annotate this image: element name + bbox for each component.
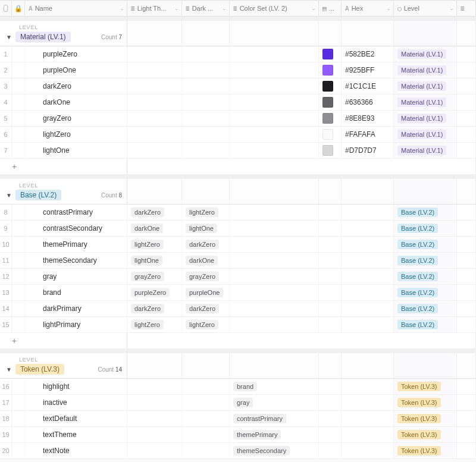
table-row[interactable]: 13brandpurpleZeropurpleOneBase (LV.2) xyxy=(0,285,476,301)
cell-level[interactable]: Base (LV.2) xyxy=(394,269,457,284)
cell-light-theme[interactable] xyxy=(127,46,182,62)
token-chip[interactable]: darkZero xyxy=(131,304,164,313)
cell-name[interactable]: purpleOne xyxy=(25,62,127,78)
cell-swatch[interactable] xyxy=(319,379,342,394)
group-toggle[interactable]: ▼Token (LV.3) xyxy=(6,364,64,375)
cell-hex[interactable] xyxy=(342,395,394,410)
cell-hex[interactable] xyxy=(342,221,394,236)
cell-hex[interactable]: #8E8E93 xyxy=(342,111,394,126)
cell-swatch[interactable] xyxy=(319,395,342,410)
cell-name[interactable]: lightOne xyxy=(25,143,127,158)
cell-hex[interactable]: #FAFAFA xyxy=(342,127,394,142)
cell-name[interactable]: highlight xyxy=(25,379,127,394)
cell-colorset[interactable] xyxy=(230,221,319,236)
table-row[interactable]: 19textThemethemePrimaryToken (LV.3) xyxy=(0,427,476,443)
cell-dark-theme[interactable] xyxy=(182,111,230,126)
cell-hex[interactable] xyxy=(342,237,394,252)
token-chip[interactable]: brand xyxy=(233,382,257,391)
cell-light-theme[interactable] xyxy=(127,62,182,78)
cell-dark-theme[interactable] xyxy=(182,46,230,62)
color-swatch[interactable] xyxy=(322,49,333,59)
cell-swatch[interactable] xyxy=(319,443,342,458)
cell-hex[interactable] xyxy=(342,379,394,394)
cell-light-theme[interactable]: lightZero xyxy=(127,237,182,252)
cell-swatch[interactable] xyxy=(319,285,342,300)
cell-colorset[interactable] xyxy=(230,285,319,300)
cell-name[interactable]: darkZero xyxy=(25,78,127,94)
table-row[interactable]: 5grayZero#8E8E93Material (LV.1) xyxy=(0,111,476,127)
cell-light-theme[interactable] xyxy=(127,95,182,110)
group-toggle[interactable]: ▼Base (LV.2) xyxy=(6,190,61,200)
token-chip[interactable]: darkZero xyxy=(186,304,219,313)
token-chip[interactable]: lightZero xyxy=(186,320,218,329)
level-badge[interactable]: Base (LV.2) xyxy=(397,304,438,313)
cell-level[interactable]: Material (LV.1) xyxy=(394,62,457,78)
level-badge[interactable]: Material (LV.1) xyxy=(397,130,446,139)
cell-name[interactable]: darkOne xyxy=(25,95,127,110)
cell-colorset[interactable] xyxy=(230,317,319,332)
cell-level[interactable]: Base (LV.2) xyxy=(394,237,457,252)
group-toggle[interactable]: ▼Material (LV.1) xyxy=(6,32,71,42)
token-chip[interactable]: lightOne xyxy=(186,224,217,233)
color-swatch[interactable] xyxy=(322,97,333,108)
table-row[interactable]: 12graygrayZerograyZeroBase (LV.2) xyxy=(0,269,476,285)
header-level[interactable]: ◯Level⌄ xyxy=(394,1,457,16)
header-hex[interactable]: AHex⌄ xyxy=(342,1,394,16)
token-chip[interactable]: darkZero xyxy=(186,240,219,249)
cell-swatch[interactable] xyxy=(319,427,342,442)
cell-dark-theme[interactable]: darkOne xyxy=(182,253,230,268)
cell-light-theme[interactable]: purpleZero xyxy=(127,285,182,300)
table-row[interactable]: 8contrastPrimarydarkZerolightZeroBase (L… xyxy=(0,205,476,221)
header-colorset[interactable]: ≣Color Set (LV. 2)⌄ xyxy=(230,1,319,16)
cell-dark-theme[interactable] xyxy=(182,427,230,442)
token-chip[interactable]: contrastPrimary xyxy=(233,414,286,423)
cell-hex[interactable] xyxy=(342,285,394,300)
table-row[interactable]: 14darkPrimarydarkZerodarkZeroBase (LV.2) xyxy=(0,301,476,317)
cell-light-theme[interactable]: lightZero xyxy=(127,317,182,332)
level-badge[interactable]: Base (LV.2) xyxy=(397,240,438,249)
cell-dark-theme[interactable] xyxy=(182,411,230,426)
cell-light-theme[interactable] xyxy=(127,127,182,142)
cell-light-theme[interactable]: darkZero xyxy=(127,205,182,220)
level-badge[interactable]: Material (LV.1) xyxy=(397,114,446,123)
cell-light-theme[interactable] xyxy=(127,427,182,442)
add-row[interactable]: + xyxy=(0,159,476,175)
cell-colorset[interactable] xyxy=(230,95,319,110)
cell-dark-theme[interactable]: purpleOne xyxy=(182,285,230,300)
cell-colorset[interactable] xyxy=(230,253,319,268)
cell-name[interactable]: brand xyxy=(25,285,127,300)
cell-colorset[interactable] xyxy=(230,143,319,158)
add-row[interactable]: + xyxy=(0,333,476,349)
table-row[interactable]: 3darkZero#1C1C1EMaterial (LV.1) xyxy=(0,78,476,95)
cell-name[interactable]: purpleZero xyxy=(25,46,127,62)
cell-level[interactable]: Base (LV.2) xyxy=(394,205,457,220)
table-row[interactable]: 4darkOne#636366Material (LV.1) xyxy=(0,95,476,111)
table-row[interactable]: 17inactivegrayToken (LV.3) xyxy=(0,395,476,411)
cell-level[interactable]: Token (LV.3) xyxy=(394,395,457,410)
cell-light-theme[interactable] xyxy=(127,395,182,410)
cell-name[interactable]: inactive xyxy=(25,395,127,410)
cell-hex[interactable] xyxy=(342,443,394,458)
table-row[interactable]: 18textDefaultcontrastPrimaryToken (LV.3) xyxy=(0,411,476,427)
cell-colorset[interactable] xyxy=(230,237,319,252)
cell-name[interactable]: themePrimary xyxy=(25,237,127,252)
cell-colorset[interactable]: themeSecondary xyxy=(230,443,319,458)
token-chip[interactable]: themeSecondary xyxy=(233,446,290,455)
cell-swatch[interactable] xyxy=(319,127,342,142)
cell-dark-theme[interactable] xyxy=(182,62,230,78)
token-chip[interactable]: lightZero xyxy=(131,240,164,249)
cell-swatch[interactable] xyxy=(319,411,342,426)
cell-hex[interactable] xyxy=(342,253,394,268)
cell-name[interactable]: lightPrimary xyxy=(25,317,127,332)
cell-light-theme[interactable]: darkOne xyxy=(127,221,182,236)
cell-level[interactable]: Token (LV.3) xyxy=(394,379,457,394)
cell-light-theme[interactable] xyxy=(127,78,182,94)
cell-colorset[interactable] xyxy=(230,46,319,62)
token-chip[interactable]: darkZero xyxy=(131,208,164,217)
cell-hex[interactable]: #582BE2 xyxy=(342,46,394,62)
cell-name[interactable]: textNote xyxy=(25,443,127,458)
cell-level[interactable]: Material (LV.1) xyxy=(394,95,457,110)
cell-swatch[interactable] xyxy=(319,62,342,78)
cell-name[interactable]: grayZero xyxy=(25,111,127,126)
level-badge[interactable]: Base (LV.2) xyxy=(397,272,438,281)
